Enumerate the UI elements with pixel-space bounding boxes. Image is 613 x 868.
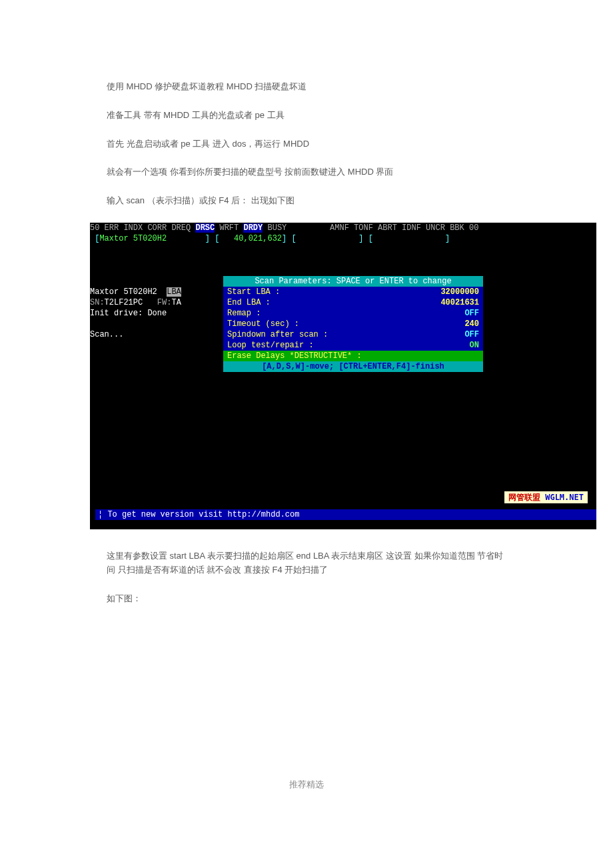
dialog-footer-hint: [A,D,S,W]-move; [CTRL+ENTER,F4]-finish: [223, 361, 483, 372]
param-loop: Loop test/repair :ON: [223, 340, 483, 351]
paragraph-3: 首先 光盘启动或者 pe 工具 进入 dos，再运行 MHDD: [107, 137, 506, 151]
param-timeout: Timeout (sec) :240: [223, 319, 483, 329]
left-info-column: Maxtor 5T020H2 LBA SN:T2LF21PC FW:TA Ini…: [90, 276, 181, 351]
paragraph-5: 输入 scan （表示扫描）或按 F4 后： 出现如下图: [107, 194, 506, 208]
param-erase-delays: Erase Delays *DESTRUCTIVE* :ON: [223, 351, 483, 361]
paragraph-4: 就会有一个选项 你看到你所要扫描的硬盘型号 按前面数键进入 MHDD 界面: [107, 165, 506, 179]
param-start-lba: Start LBA :32000000: [223, 287, 483, 297]
param-remap: Remap :OFF: [223, 308, 483, 319]
scan-parameters-dialog: Scan Parameters: SPACE or ENTER to chang…: [223, 276, 483, 372]
page-footer: 推荐精选: [107, 779, 506, 791]
status-flags-row: 50 ERR INDX CORR DREQ DRSC WRFT DRDY BUS…: [90, 223, 596, 233]
bottom-prompt: ¦ To get new version visit http://mhdd.c…: [95, 509, 596, 520]
paragraph-1: 使用 MHDD 修护硬盘坏道教程 MHDD 扫描硬盘坏道: [107, 80, 506, 94]
watermark-badge: 网管联盟 WGLM.NET: [504, 491, 588, 504]
paragraph-7: 如下图：: [107, 592, 506, 606]
dialog-title: Scan Parameters: SPACE or ENTER to chang…: [223, 276, 483, 287]
drsc-flag: DRSC: [195, 223, 215, 233]
param-spindown: Spindown after scan :OFF: [223, 329, 483, 340]
param-end-lba: End LBA :40021631: [223, 297, 483, 308]
paragraph-2: 准备工具 带有 MHDD 工具的光盘或者 pe 工具: [107, 109, 506, 123]
mhdd-terminal-screenshot: 50 ERR INDX CORR DREQ DRSC WRFT DRDY BUS…: [90, 223, 596, 529]
paragraph-6: 这里有参数设置 start LBA 表示要扫描的起始扇区 end LBA 表示结…: [107, 549, 506, 577]
drdy-flag: DRDY: [243, 223, 263, 233]
drive-info-row: [Maxtor 5T020H2 ] [ 40,021,632] [ ] [ ]: [90, 233, 596, 244]
